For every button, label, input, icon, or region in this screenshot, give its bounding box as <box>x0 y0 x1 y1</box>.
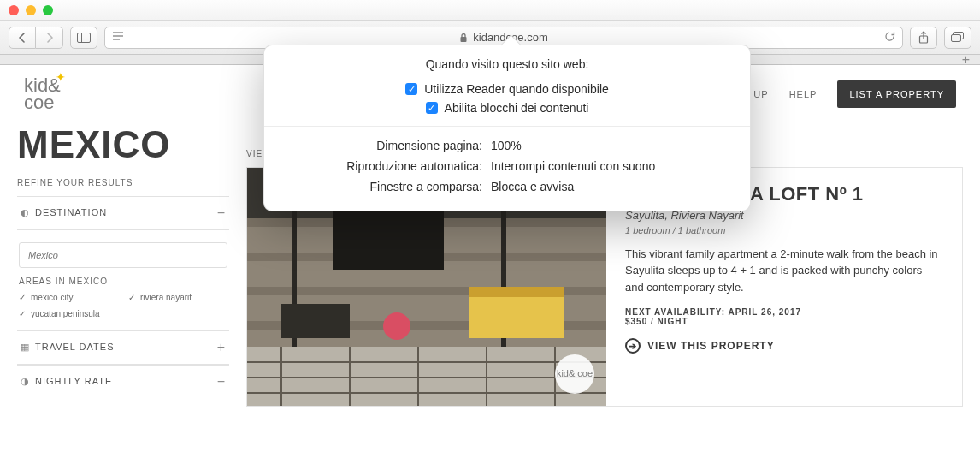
logo-dot-icon: ✦ <box>56 72 66 83</box>
reload-button[interactable] <box>884 31 895 45</box>
svg-rect-5 <box>461 37 467 42</box>
area-riviera-nayarit[interactable]: ✓riviera nayarit <box>128 293 227 302</box>
check-icon: ✓ <box>128 293 135 302</box>
filter-destination-header[interactable]: ◐DESTINATION − <box>17 196 229 230</box>
zoom-window-button[interactable] <box>43 5 53 15</box>
svg-rect-29 <box>469 287 564 297</box>
listing-meta: 1 bedroom / 1 bathroom <box>625 225 943 235</box>
area-mexico-city[interactable]: ✓mexico city <box>19 293 118 302</box>
nav-help[interactable]: HELP <box>789 89 818 99</box>
sidebar: MEXICO REFINE YOUR RESULTS ◐DESTINATION … <box>17 123 229 407</box>
minimize-window-button[interactable] <box>26 5 36 15</box>
chevron-right-icon <box>45 33 54 43</box>
listing-description: This vibrant family apartment a 2-minute… <box>625 246 943 296</box>
popover-divider <box>264 126 750 127</box>
window-titlebar <box>0 0 980 21</box>
popups-row[interactable]: Finestre a comparsa: Blocca e avvisa <box>264 176 750 197</box>
view-property-link[interactable]: ➔ VIEW THIS PROPERTY <box>625 338 943 354</box>
svg-rect-0 <box>78 33 91 42</box>
plus-icon: + <box>217 340 226 355</box>
check-icon: ✓ <box>19 293 26 302</box>
checkbox-checked-icon: ✓ <box>426 102 438 114</box>
svg-rect-28 <box>469 295 564 338</box>
filter-travel-dates-header[interactable]: ▦TRAVEL DATES + <box>17 330 229 365</box>
lock-icon <box>459 33 468 43</box>
tabs-icon <box>951 32 965 43</box>
destination-search-input[interactable]: Mexico <box>19 242 227 268</box>
check-icon: ✓ <box>19 309 26 318</box>
svg-rect-9 <box>952 35 961 42</box>
site-settings-popover: Quando visito questo sito web: ✓ Utilizz… <box>263 45 751 211</box>
reader-checkbox-row[interactable]: ✓ Utilizza Reader quando disponibile <box>264 80 750 98</box>
calendar-icon: ▦ <box>21 342 30 352</box>
refine-label: REFINE YOUR RESULTS <box>17 178 229 187</box>
checkbox-checked-icon: ✓ <box>405 83 417 95</box>
reader-icon[interactable] <box>112 31 124 44</box>
tabs-button[interactable] <box>944 27 971 49</box>
sidebar-button[interactable] <box>70 27 97 49</box>
popover-title: Quando visito questo sito web: <box>264 57 750 71</box>
close-window-button[interactable] <box>9 5 19 15</box>
arrow-right-icon: ➔ <box>625 338 641 354</box>
forward-button[interactable] <box>36 27 63 49</box>
share-button[interactable] <box>910 27 937 49</box>
nav-buttons <box>9 27 63 49</box>
header-nav: SIGN UP HELP LIST A PROPERTY <box>723 80 956 108</box>
sidebar-icon <box>77 33 91 43</box>
minus-icon: − <box>217 205 226 221</box>
brand-stamp: kid& coe <box>555 354 594 394</box>
autoplay-row[interactable]: Riproduzione automatica: Interrompi cont… <box>264 156 750 176</box>
site-logo[interactable]: ✦ kid& coe <box>24 77 61 111</box>
filter-nightly-rate-header[interactable]: ◑NIGHTLY RATE − <box>17 365 229 398</box>
listing-price: $350 / NIGHT <box>625 317 943 326</box>
globe-icon: ◐ <box>21 207 30 217</box>
area-yucatan-peninsula[interactable]: ✓yucatan peninsula <box>19 309 118 318</box>
svg-rect-30 <box>281 304 350 338</box>
svg-point-32 <box>383 312 410 340</box>
moon-icon: ◑ <box>21 376 30 386</box>
chevron-left-icon <box>18 33 27 43</box>
page-zoom-row[interactable]: Dimensione pagina: 100% <box>264 135 750 156</box>
page-heading: MEXICO <box>17 123 229 166</box>
areas-title: AREAS IN MEXICO <box>19 277 227 286</box>
svg-rect-11 <box>247 347 606 406</box>
back-button[interactable] <box>9 27 36 49</box>
list-property-button[interactable]: LIST A PROPERTY <box>837 80 956 108</box>
content-blockers-checkbox-row[interactable]: ✓ Abilita blocchi dei contenuti <box>264 98 750 117</box>
minus-icon: − <box>217 374 226 390</box>
share-icon <box>918 31 930 45</box>
filter-destination-body: Mexico AREAS IN MEXICO ✓mexico city ✓riv… <box>17 230 229 330</box>
listing-availability: NEXT AVAILABILITY: APRIL 26, 2017 <box>625 307 943 317</box>
